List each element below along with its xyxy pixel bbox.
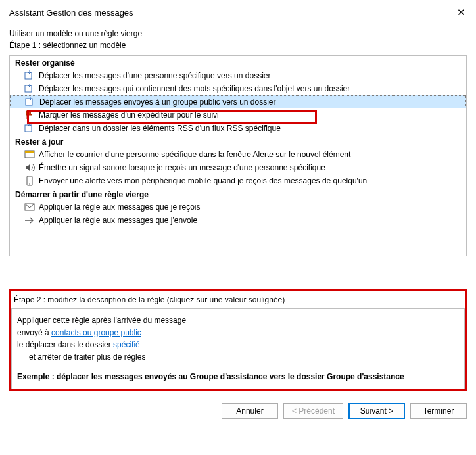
send-arrow-icon	[24, 215, 35, 226]
move-folder-icon	[24, 70, 35, 81]
intro-line2: Étape 1 : sélectionnez un modèle	[9, 39, 467, 51]
svg-rect-1	[25, 85, 32, 92]
rule-item-apply-receive[interactable]: Appliquer la règle aux messages que je r…	[10, 201, 466, 214]
close-icon[interactable]: ✕	[453, 5, 469, 20]
rule-label: Émettre un signal sonore lorsque je reço…	[39, 163, 325, 172]
step2-label: Étape 2 : modifiez la description de la …	[11, 291, 465, 308]
rule-item-apply-send[interactable]: Appliquer la règle aux messages que j'en…	[10, 214, 466, 227]
back-button[interactable]: < Précédent	[283, 403, 343, 419]
next-button[interactable]: Suivant >	[348, 403, 405, 419]
alert-window-icon	[24, 149, 35, 160]
desc-line2: envoyé à contacts ou groupe public	[17, 327, 459, 339]
rule-item-sound[interactable]: Émettre un signal sonore lorsque je reço…	[10, 161, 466, 174]
rule-label: Déplacer les messages envoyés à un group…	[39, 97, 276, 107]
sound-icon	[24, 162, 35, 173]
rule-item-move-words[interactable]: Déplacer les messages qui contiennent de…	[10, 82, 466, 95]
desc-line4: et arrêter de traiter plus de règles	[17, 351, 459, 364]
title-bar: Assistant Gestion des messages ✕	[0, 0, 476, 24]
intro-line1: Utiliser un modèle ou une règle vierge	[9, 28, 467, 39]
svg-rect-5	[25, 151, 34, 153]
svg-rect-2	[26, 99, 32, 105]
section-uptodate-head: Rester à jour	[10, 135, 466, 148]
rule-item-move-person[interactable]: Déplacer les messages d'une personne spé…	[10, 69, 466, 82]
intro-block: Utiliser un modèle ou une règle vierge É…	[0, 24, 476, 51]
desc-line1: Appliquer cette règle après l'arrivée du…	[17, 314, 459, 327]
rule-label: Envoyer une alerte vers mon périphérique…	[39, 176, 367, 185]
link-specified-folder[interactable]: spécifié	[113, 340, 140, 349]
link-contacts-group[interactable]: contacts ou groupe public	[51, 328, 141, 337]
move-folder-icon	[24, 123, 35, 133]
envelope-icon	[24, 202, 35, 212]
rule-item-move-rss[interactable]: Déplacer dans un dossier les éléments RS…	[10, 122, 466, 135]
rule-item-move-group[interactable]: Déplacer les messages envoyés à un group…	[10, 95, 466, 108]
mobile-icon	[24, 176, 35, 186]
svg-rect-0	[25, 72, 32, 79]
svg-rect-3	[25, 125, 32, 132]
flag-icon	[24, 110, 35, 120]
cancel-button[interactable]: Annuler	[222, 403, 278, 419]
desc-example: Exemple : déplacer les messages envoyés …	[17, 371, 459, 383]
rule-item-mobile[interactable]: Envoyer une alerte vers mon périphérique…	[10, 174, 466, 187]
move-folder-icon	[24, 84, 35, 94]
section-organised-head: Rester organisé	[10, 56, 466, 69]
move-folder-icon	[25, 97, 36, 107]
window-title: Assistant Gestion des messages	[9, 8, 133, 18]
step2-description-box: Appliquer cette règle après l'arrivée du…	[11, 308, 465, 389]
rule-label: Déplacer les messages qui contiennent de…	[39, 84, 350, 93]
rule-label: Afficher le courrier d'une personne spéc…	[39, 150, 350, 159]
desc-line3: le déplacer dans le dossier spécifié	[17, 339, 459, 351]
step1-template-list: Rester organisé Déplacer les messages d'…	[9, 55, 467, 256]
rule-label: Déplacer les messages d'une personne spé…	[39, 71, 271, 80]
rule-label: Déplacer dans un dossier les éléments RS…	[39, 124, 281, 133]
section-blank-head: Démarrer à partir d'une règle vierge	[10, 187, 466, 201]
rule-label: Appliquer la règle aux messages que j'en…	[39, 216, 197, 225]
dialog-button-row: Annuler < Précédent Suivant > Terminer	[0, 391, 476, 419]
rule-label: Marquer les messages d'un expéditeur pou…	[39, 110, 219, 120]
svg-point-7	[29, 183, 30, 185]
rule-label: Appliquer la règle aux messages que je r…	[39, 203, 200, 212]
annotation-highlight-step2: Étape 2 : modifiez la description de la …	[9, 289, 467, 391]
rule-item-flag-sender[interactable]: Marquer les messages d'un expéditeur pou…	[10, 108, 466, 122]
rule-item-alert-window[interactable]: Afficher le courrier d'une personne spéc…	[10, 148, 466, 161]
finish-button[interactable]: Terminer	[410, 403, 467, 419]
